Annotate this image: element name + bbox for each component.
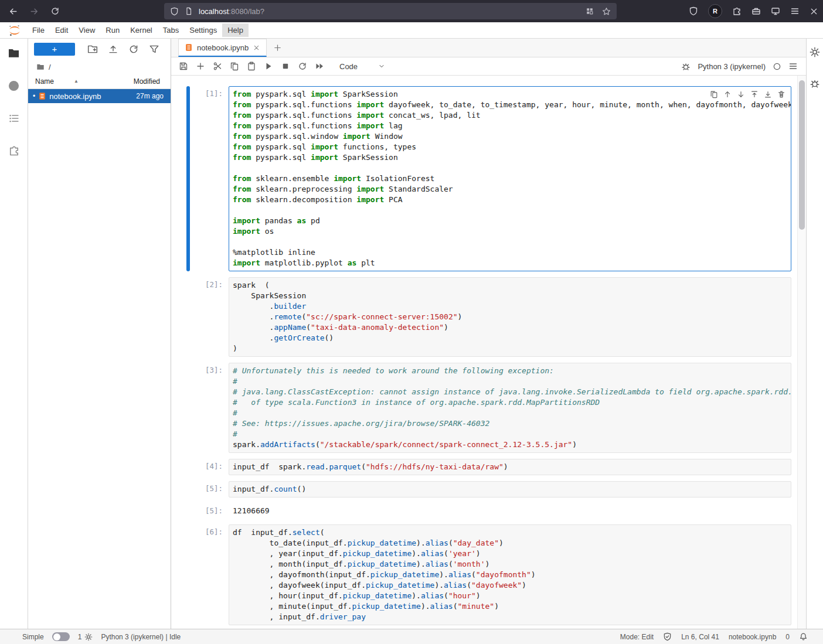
cell-collapser[interactable] — [186, 524, 190, 625]
right-sidebar-strip — [806, 39, 823, 629]
copy-icon[interactable] — [226, 59, 243, 74]
cell-output: 12106669 — [229, 503, 791, 519]
cell-collapser[interactable] — [186, 277, 190, 357]
account-avatar[interactable]: R — [708, 4, 722, 18]
page-info-icon[interactable] — [185, 7, 193, 15]
simple-mode-toggle[interactable] — [52, 632, 70, 641]
stop-icon[interactable] — [277, 59, 294, 74]
cell-editor[interactable]: spark ( SparkSession .builder .remote("s… — [229, 277, 791, 357]
delete-cell-icon[interactable] — [776, 88, 787, 100]
debugger-bug-icon[interactable] — [681, 62, 691, 71]
kernel-sessions-icon[interactable] — [84, 633, 93, 641]
menu-run[interactable]: Run — [100, 23, 125, 37]
notebook-toolbar: Code Python 3 (ipykernel) — [171, 57, 806, 76]
restart-kernel-icon[interactable] — [294, 59, 311, 74]
table-of-contents-icon[interactable] — [8, 113, 20, 127]
menu-help[interactable]: Help — [222, 23, 249, 37]
dock-panel: notebook.ipynb — [171, 39, 806, 629]
menu-file[interactable]: File — [27, 23, 50, 37]
jupyter-logo-icon — [8, 24, 21, 37]
grid-icon[interactable] — [586, 7, 594, 15]
trust-shield-icon[interactable] — [663, 632, 672, 641]
code-cell: [4]:input_df spark.read.parquet("hdfs://… — [186, 459, 791, 475]
tab-notebook[interactable]: notebook.ipynb — [178, 39, 267, 57]
tab-close-icon[interactable] — [253, 44, 260, 52]
forward-icon[interactable] — [28, 5, 40, 17]
reload-icon[interactable] — [49, 5, 61, 17]
upload-icon[interactable] — [108, 44, 118, 54]
menu-edit[interactable]: Edit — [50, 23, 73, 37]
paste-icon[interactable] — [243, 59, 260, 74]
panel-menu-icon[interactable] — [788, 62, 798, 71]
status-bar: Simple 1 Python 3 (ipykernel) | Idle Mod… — [0, 629, 823, 644]
running-kernels-icon[interactable] — [8, 80, 20, 94]
cell-collapser[interactable] — [186, 363, 190, 453]
cell-collapser[interactable] — [186, 86, 190, 271]
cell-collapser[interactable] — [186, 459, 190, 475]
input-prompt: [6]: — [196, 524, 229, 625]
bookmark-star-icon[interactable] — [602, 7, 611, 16]
cut-icon[interactable] — [209, 59, 226, 74]
notification-count: 0 — [785, 633, 790, 641]
file-browser-tab-icon[interactable] — [8, 47, 20, 62]
debugger-sidebar-bug-icon[interactable] — [810, 78, 820, 91]
refresh-icon[interactable] — [128, 44, 139, 54]
kernel-session-count: 1 — [78, 633, 82, 641]
kernel-status-text[interactable]: Python 3 (ipykernel) | Idle — [101, 633, 181, 641]
cell-editor[interactable]: input_df.count() — [229, 481, 791, 498]
chevron-down-icon — [378, 63, 385, 70]
scrollbar-thumb[interactable] — [799, 80, 805, 230]
menu-icon[interactable] — [790, 6, 800, 16]
notebook-scrollbar[interactable] — [797, 76, 806, 629]
file-list-item[interactable]: • notebook.ipynb 27m ago — [28, 89, 171, 103]
cell-type-value: Code — [339, 62, 358, 71]
run-all-icon[interactable] — [311, 59, 328, 74]
extension-manager-icon[interactable] — [8, 145, 20, 159]
file-name: notebook.ipynb — [49, 92, 101, 101]
toolbox-icon[interactable] — [751, 6, 761, 16]
save-icon[interactable] — [175, 59, 192, 74]
cell-editor[interactable]: from pyspark.sql import SparkSession fro… — [229, 86, 791, 271]
filter-icon[interactable] — [149, 44, 159, 54]
cell-editor[interactable]: # Unfortunately this is needed to work a… — [229, 363, 791, 453]
cell-editor[interactable]: input_df spark.read.parquet("hdfs://hdfs… — [229, 459, 791, 475]
new-launcher-button[interactable]: + — [34, 43, 75, 56]
new-tab-icon[interactable] — [269, 39, 285, 57]
back-icon[interactable] — [7, 5, 19, 17]
insert-cell-above-icon[interactable] — [749, 88, 760, 100]
input-prompt: [5]: — [196, 481, 229, 498]
kernel-name[interactable]: Python 3 (ipykernel) — [698, 62, 766, 71]
column-header-modified[interactable]: Modified — [134, 77, 164, 86]
new-folder-icon[interactable] — [87, 44, 98, 54]
breadcrumb[interactable]: / — [49, 63, 51, 71]
simple-mode-label: Simple — [22, 633, 44, 641]
insert-cell-icon[interactable] — [192, 59, 209, 74]
insert-cell-below-icon[interactable] — [762, 88, 774, 100]
menu-tabs[interactable]: Tabs — [158, 23, 184, 37]
notebook-tab-icon — [185, 43, 193, 52]
menu-view[interactable]: View — [73, 23, 100, 37]
root-folder-icon[interactable] — [36, 63, 45, 71]
cell-collapser[interactable] — [186, 503, 190, 519]
cell-type-dropdown[interactable]: Code — [336, 59, 389, 73]
address-bar[interactable]: localhost:8080/lab? — [164, 3, 617, 19]
column-header-name[interactable]: Name — [35, 77, 54, 86]
cursor-position[interactable]: Ln 6, Col 41 — [681, 633, 719, 641]
property-inspector-gear-icon[interactable] — [810, 47, 820, 60]
move-cell-down-icon[interactable] — [735, 88, 747, 100]
input-prompt: [1]: — [196, 86, 229, 271]
extensions-puzzle-icon[interactable] — [732, 6, 742, 16]
menu-settings[interactable]: Settings — [184, 23, 222, 37]
run-icon[interactable] — [260, 59, 277, 74]
shield-icon[interactable] — [689, 6, 698, 16]
move-cell-up-icon[interactable] — [722, 88, 733, 100]
cell-collapser[interactable] — [186, 481, 190, 498]
cell-editor[interactable]: df input_df.select( to_date(input_df.pic… — [229, 524, 791, 625]
menu-kernel[interactable]: Kernel — [125, 23, 158, 37]
monitor-icon[interactable] — [771, 6, 780, 16]
duplicate-cell-icon[interactable] — [708, 88, 720, 100]
close-icon[interactable] — [810, 7, 818, 16]
bell-icon[interactable] — [799, 632, 808, 641]
dock-tabbar: notebook.ipynb — [171, 39, 806, 57]
tracking-shield-icon[interactable] — [170, 7, 179, 16]
